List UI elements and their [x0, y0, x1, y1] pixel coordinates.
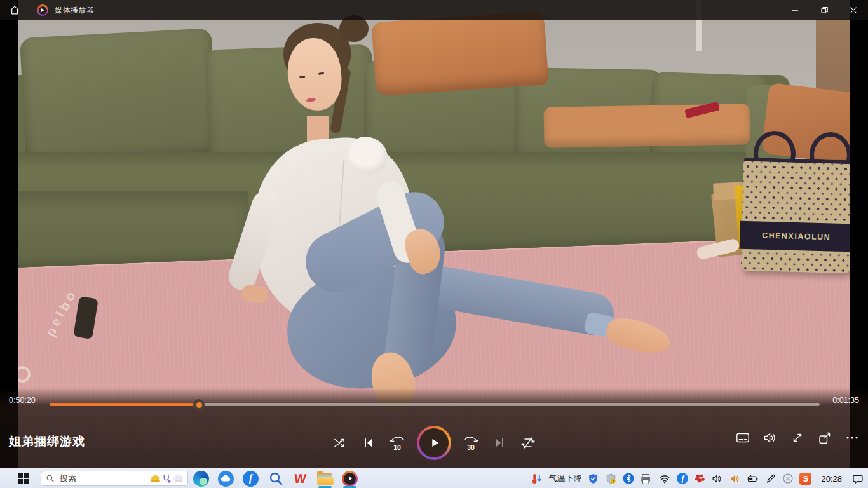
eye: [318, 72, 324, 75]
battery-icon[interactable]: [747, 473, 759, 484]
taskbar-explorer-button[interactable]: [316, 468, 334, 488]
printer-icon[interactable]: [640, 473, 653, 485]
left-hand: [240, 284, 269, 304]
taskbar-cloud-browser-button[interactable]: [217, 468, 234, 488]
lips: [306, 97, 316, 102]
elapsed-time: 0:50:20: [9, 396, 36, 405]
disconnected-icon[interactable]: [782, 473, 794, 484]
home-icon: [8, 4, 21, 17]
media-player-window: pelbo CHENXIAOLUN: [0, 0, 868, 488]
folder-icon: [317, 472, 334, 485]
bluetooth-icon[interactable]: [623, 473, 634, 484]
cloud-browser-icon: [218, 471, 234, 487]
weather-text[interactable]: 气温下降: [548, 473, 581, 484]
close-button[interactable]: [839, 0, 868, 20]
taskbar-edge-button[interactable]: [193, 468, 210, 488]
taskbar-flash-button[interactable]: f: [242, 468, 259, 488]
seek-thumb[interactable]: [193, 399, 205, 410]
skip-forward-button[interactable]: 30: [460, 432, 482, 454]
previous-icon: [361, 435, 376, 451]
next-icon: [492, 435, 507, 451]
mini-player-button[interactable]: [817, 430, 833, 446]
eye: [299, 76, 305, 78]
audio-manager-icon[interactable]: [729, 473, 741, 485]
weather-thermometer-icon[interactable]: [531, 473, 543, 485]
hardhat-icon: [151, 475, 160, 482]
more-icon: [844, 430, 860, 445]
secondary-controls: [735, 430, 860, 446]
skip-forward-label: 30: [460, 444, 482, 451]
volume-tray-icon[interactable]: [711, 473, 723, 485]
search-icon: [46, 474, 55, 483]
repeat-off-icon: [520, 435, 536, 451]
volume-button[interactable]: [762, 430, 778, 446]
search-placeholder: 搜索: [60, 473, 151, 484]
app-logo-icon: [37, 4, 48, 16]
taskbar-media-player-button[interactable]: [341, 468, 358, 488]
repeat-off-button[interactable]: [517, 432, 539, 454]
minimize-icon: [789, 4, 801, 16]
system-tray: 气温下降 f S 20:28: [531, 468, 864, 488]
previous-button[interactable]: [358, 432, 379, 454]
notification-bubble-icon[interactable]: [851, 473, 864, 485]
right-foot: [604, 313, 674, 359]
taskbar-search-app-button[interactable]: [267, 468, 284, 488]
fullscreen-button[interactable]: [789, 430, 806, 446]
shuffle-off-icon: [332, 435, 348, 451]
app-title: 媒体播放器: [55, 5, 95, 16]
defender-shield-icon[interactable]: [605, 473, 617, 485]
pen-icon[interactable]: [765, 473, 776, 484]
home-button[interactable]: [0, 0, 29, 20]
chef-hat-icon: [173, 475, 183, 482]
flash-icon: f: [243, 471, 259, 487]
stethoscope-icon: [162, 474, 172, 484]
edge-icon: [193, 471, 209, 487]
more-options-button[interactable]: [844, 430, 860, 446]
fullscreen-icon: [790, 430, 805, 445]
titlebar: 媒体播放器: [0, 0, 868, 20]
volume-icon: [763, 430, 778, 445]
minimize-button[interactable]: [780, 0, 810, 20]
seek-bar-fill: [50, 403, 199, 406]
player-controls-overlay: 0:50:20 0:01:35 姐弟捆绑游戏 10 30: [0, 388, 868, 468]
flash-tray-icon[interactable]: f: [677, 473, 688, 484]
restore-button[interactable]: [810, 0, 839, 20]
captions-icon: [735, 430, 750, 445]
remaining-time: 0:01:35: [832, 396, 859, 405]
start-button[interactable]: [18, 473, 29, 484]
search-highlights[interactable]: [151, 474, 183, 484]
restore-icon: [818, 4, 830, 16]
mini-player-icon: [817, 430, 832, 445]
magnifier-icon: [268, 471, 283, 486]
wifi-icon[interactable]: [658, 473, 671, 484]
video-title: 姐弟捆绑游戏: [9, 433, 85, 450]
close-icon: [848, 4, 859, 16]
shuffle-off-button[interactable]: [329, 432, 351, 454]
transport-controls: 10 30: [329, 426, 539, 460]
search-box[interactable]: 搜索: [41, 471, 188, 486]
skip-back-label: 10: [386, 444, 408, 451]
next-button-disabled[interactable]: [489, 432, 510, 454]
sogou-input-icon[interactable]: S: [799, 473, 811, 485]
captions-button[interactable]: [735, 430, 751, 446]
windows-logo-icon: [18, 473, 29, 484]
pinned-apps: f W: [193, 468, 358, 488]
play-icon: [427, 436, 441, 450]
taskbar-clock[interactable]: 20:28: [821, 474, 842, 484]
media-player-icon: [342, 471, 358, 487]
taskbar-wps-button[interactable]: W: [292, 468, 309, 488]
play-button[interactable]: [417, 426, 451, 460]
seek-bar[interactable]: [50, 403, 820, 406]
wps-icon: W: [294, 471, 307, 486]
taskbar: 搜索 f W: [0, 468, 868, 488]
security-shield-icon[interactable]: [587, 473, 599, 485]
red-cluster-icon[interactable]: [694, 473, 705, 484]
skip-back-button[interactable]: 10: [386, 432, 408, 454]
